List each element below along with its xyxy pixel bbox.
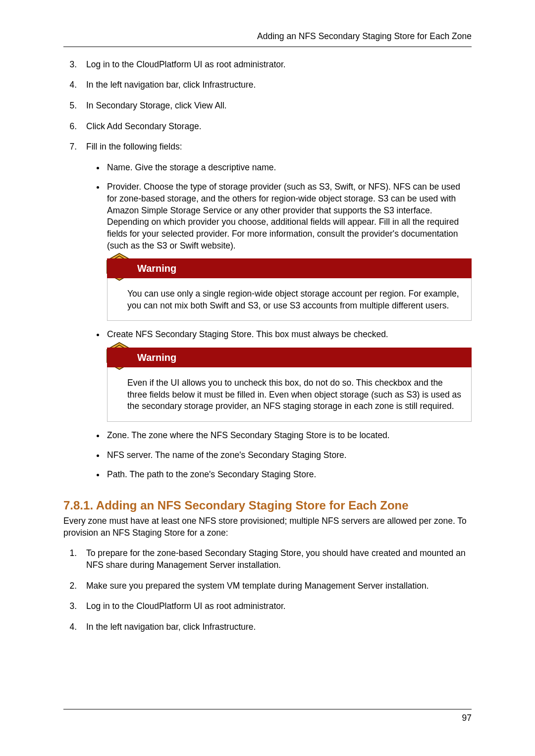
list-item: Make sure you prepared the system VM tem…	[79, 580, 472, 592]
section-title: Adding an NFS Secondary Staging Store fo…	[96, 499, 409, 512]
header-rule	[63, 47, 472, 47]
page-number: 97	[63, 709, 472, 724]
page: Adding an NFS Secondary Staging Store fo…	[0, 0, 535, 756]
bullet-provider: Provider. Choose the type of storage pro…	[105, 181, 472, 321]
bullet-nfs-server: NFS server. The name of the zone's Secon…	[105, 450, 472, 461]
bullet-create-nfs-text: Create NFS Secondary Staging Store. This…	[107, 329, 388, 339]
bullet-create-nfs: Create NFS Secondary Staging Store. This…	[105, 329, 472, 422]
list-item: In Secondary Storage, click View All.	[79, 100, 472, 112]
page-footer: 97	[63, 709, 472, 724]
list-item: Click Add Secondary Storage.	[79, 121, 472, 133]
bullet-zone: Zone. The zone where the NFS Secondary S…	[105, 430, 472, 442]
section-number: 7.8.1.	[63, 499, 93, 512]
list-item: Log in to the CloudPlatform UI as root a…	[79, 601, 472, 612]
bullet-path: Path. The path to the zone's Secondary S…	[105, 469, 472, 481]
section-heading: 7.8.1. Adding an NFS Secondary Staging S…	[63, 498, 472, 513]
bullet-provider-text: Provider. Choose the type of storage pro…	[107, 182, 460, 250]
list-item: Fill in the following fields: Name. Give…	[79, 141, 472, 481]
list-item: Log in to the CloudPlatform UI as root a…	[79, 59, 472, 71]
warning-title: Warning	[107, 348, 472, 367]
bullet-name: Name. Give the storage a descriptive nam…	[105, 162, 472, 174]
warning-body: Even if the UI allows you to uncheck thi…	[107, 367, 472, 422]
list-item: In the left navigation bar, click Infras…	[79, 621, 472, 633]
ordered-list-main: Log in to the CloudPlatform UI as root a…	[63, 59, 472, 481]
warning-body: You can use only a single region-wide ob…	[107, 278, 472, 321]
section-intro: Every zone must have at least one NFS st…	[63, 515, 472, 539]
warning-box: Warning You can use only a single region…	[107, 258, 472, 321]
warning-box: Warning Even if the UI allows you to unc…	[107, 348, 472, 422]
ordered-list-section: To prepare for the zone-based Secondary …	[63, 548, 472, 633]
list-item-text: Fill in the following fields:	[86, 142, 182, 151]
field-bullets: Name. Give the storage a descriptive nam…	[86, 162, 472, 481]
running-header: Adding an NFS Secondary Staging Store fo…	[63, 31, 472, 47]
list-item: To prepare for the zone-based Secondary …	[79, 548, 472, 571]
warning-title: Warning	[107, 258, 472, 278]
list-item: In the left navigation bar, click Infras…	[79, 79, 472, 91]
